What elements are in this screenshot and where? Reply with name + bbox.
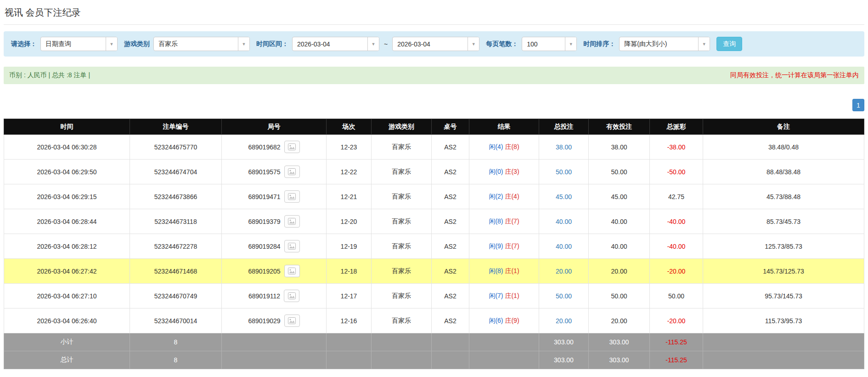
result-player: 闲(6) — [489, 317, 503, 324]
chevron-down-icon: ▼ — [468, 37, 479, 51]
cell-result: 闲(9) 庄(7) — [469, 234, 539, 259]
page-size-select[interactable]: 100 ▼ — [522, 37, 577, 51]
cell-valid-bet: 20.00 — [589, 308, 650, 333]
road-map-icon-button[interactable] — [284, 215, 300, 228]
cell-payout: 42.75 — [650, 184, 703, 209]
query-type-value: 日期查询 — [41, 37, 106, 51]
query-type-select[interactable]: 日期查询 ▼ — [40, 37, 118, 51]
subtotal-empty-cell — [222, 333, 327, 351]
picture-icon — [288, 143, 296, 150]
game-type-value: 百家乐 — [154, 37, 238, 51]
cell-note: 125.73/85.73 — [703, 234, 864, 259]
result-player: 闲(0) — [489, 168, 503, 175]
road-map-icon-button[interactable] — [284, 240, 300, 252]
road-map-icon-button[interactable] — [284, 190, 300, 203]
total-empty-cell — [703, 351, 864, 369]
search-button[interactable]: 查询 — [716, 37, 742, 51]
query-type-label: 请选择： — [11, 40, 37, 48]
table-row: 2026-03-04 06:28:44523244673118689019379… — [4, 209, 864, 234]
page-number-button[interactable]: 1 — [852, 99, 864, 111]
total-empty-cell — [432, 351, 469, 369]
summary-bar: 币别 : 人民币 | 总共 :8 注单 | 同局有效投注，统一计算在该局第一张注… — [4, 67, 864, 84]
result-player: 闲(2) — [489, 193, 503, 200]
cell-time: 2026-03-04 06:29:15 — [4, 184, 130, 209]
cell-result: 闲(6) 庄(9) — [469, 308, 539, 333]
round-number: 689019112 — [248, 292, 280, 300]
time-range-label: 时间区间： — [256, 40, 288, 48]
cell-payout: 50.00 — [650, 284, 703, 308]
subtotal-total-bet: 303.00 — [539, 333, 589, 351]
pagination: 1 — [4, 99, 864, 111]
round-number: 689019682 — [248, 143, 280, 151]
cell-game-type: 百家乐 — [372, 135, 432, 160]
time-sort-select[interactable]: 降冪(由大到小) ▼ — [619, 37, 710, 51]
road-map-icon-button[interactable] — [284, 290, 299, 302]
total-bet-link[interactable]: 38.00 — [556, 143, 572, 151]
filter-bar: 请选择： 日期查询 ▼ 游戏类别 百家乐 ▼ 时间区间： 2026-03-04 … — [4, 31, 864, 57]
date-from-picker[interactable]: 2026-03-04 ▼ — [292, 37, 379, 51]
total-bet-link[interactable]: 50.00 — [556, 292, 572, 300]
table-row: 2026-03-04 06:27:42523244671468689019205… — [4, 259, 864, 284]
cell-note: 45.73/88.48 — [703, 184, 864, 209]
game-type-select[interactable]: 百家乐 ▼ — [153, 37, 250, 51]
round-number: 689019284 — [248, 243, 280, 250]
picture-icon — [288, 317, 296, 324]
column-header-time: 时间 — [4, 119, 130, 135]
total-bet-link[interactable]: 40.00 — [556, 243, 572, 250]
result-player: 闲(9) — [489, 242, 503, 250]
cell-round: 689019471 — [222, 184, 327, 209]
road-map-icon-button[interactable] — [284, 166, 300, 178]
column-header-note: 备注 — [703, 119, 864, 135]
picture-icon — [288, 243, 296, 250]
cell-table-no: AS2 — [432, 209, 469, 234]
total-bet-link[interactable]: 20.00 — [556, 317, 572, 325]
subtotal-empty-cell — [703, 333, 864, 351]
range-separator: ~ — [383, 40, 389, 48]
subtotal-empty-cell — [327, 333, 372, 351]
total-count: 8 — [130, 351, 222, 369]
column-header-total-bet: 总投注 — [539, 119, 589, 135]
cell-bet-id: 523244673118 — [130, 209, 222, 234]
round-number: 689019575 — [248, 168, 280, 176]
road-map-icon-button[interactable] — [284, 141, 300, 153]
total-bet-link[interactable]: 20.00 — [556, 268, 572, 275]
cell-game-type: 百家乐 — [372, 184, 432, 209]
cell-payout: -20.00 — [650, 308, 703, 333]
cell-note: 88.48/38.48 — [703, 160, 864, 184]
round-number: 689019205 — [248, 268, 280, 275]
chevron-down-icon: ▼ — [565, 37, 576, 51]
total-bet-link[interactable]: 40.00 — [556, 218, 572, 225]
cell-table-no: AS2 — [432, 234, 469, 259]
cell-table-no: AS2 — [432, 160, 469, 184]
total-bet-link[interactable]: 45.00 — [556, 193, 572, 200]
table-row: 2026-03-04 06:27:10523244670749689019112… — [4, 284, 864, 308]
result-banker: 庄(7) — [505, 242, 519, 250]
road-map-icon-button[interactable] — [284, 314, 300, 327]
picture-icon — [288, 218, 296, 225]
cell-note: 145.73/125.73 — [703, 259, 864, 284]
cell-game-type: 百家乐 — [372, 259, 432, 284]
cell-bet-id: 523244675770 — [130, 135, 222, 160]
cell-total-bet: 38.00 — [539, 135, 589, 160]
total-empty-cell — [327, 351, 372, 369]
cell-game-type: 百家乐 — [372, 284, 432, 308]
time-sort-label: 时间排序： — [583, 40, 615, 48]
total-bet-link[interactable]: 50.00 — [556, 168, 572, 176]
road-map-icon-button[interactable] — [284, 265, 300, 277]
column-header-result: 结果 — [469, 119, 539, 135]
cell-round: 689019682 — [222, 135, 327, 160]
header-row: 时间 注单编号 局号 场次 游戏类别 桌号 结果 总投注 有效投注 总派彩 备注 — [4, 119, 864, 135]
date-to-picker[interactable]: 2026-03-04 ▼ — [392, 37, 479, 51]
cell-valid-bet: 38.00 — [589, 135, 650, 160]
column-header-game-type: 游戏类别 — [372, 119, 432, 135]
cell-table-no: AS2 — [432, 259, 469, 284]
result-banker: 庄(1) — [505, 267, 519, 274]
table-footer: 小计 8 303.00 303.00 -115.25 总计 8 — [4, 333, 864, 369]
total-label: 总计 — [4, 351, 130, 369]
cell-result: 闲(7) 庄(1) — [469, 284, 539, 308]
cell-session: 12-20 — [327, 209, 372, 234]
cell-note: 38.48/0.48 — [703, 135, 864, 160]
chevron-down-icon: ▼ — [106, 37, 117, 51]
valid-bet-notice: 同局有效投注，统一计算在该局第一张注单内 — [730, 71, 859, 80]
cell-payout: -38.00 — [650, 135, 703, 160]
